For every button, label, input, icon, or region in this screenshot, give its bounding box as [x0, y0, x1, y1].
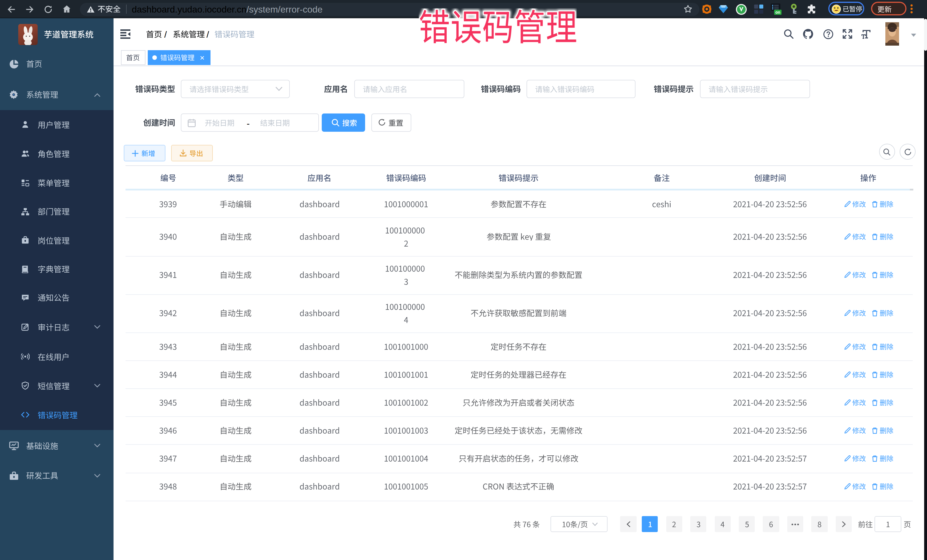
svg-text:on: on [775, 10, 780, 15]
